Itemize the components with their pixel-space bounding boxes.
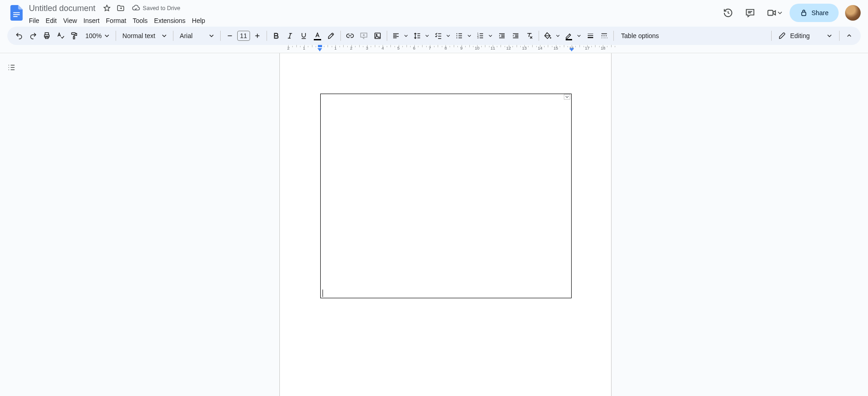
bulleted-list-dropdown[interactable] (453, 29, 473, 42)
caret-down-icon (207, 32, 216, 40)
svg-point-19 (8, 67, 9, 68)
drive-status-text: Saved to Drive (143, 5, 180, 11)
svg-rect-2 (13, 16, 18, 17)
checklist-icon (432, 29, 444, 42)
share-button[interactable]: Share (790, 4, 839, 22)
comments-button[interactable] (741, 4, 759, 22)
font-family-dropdown[interactable]: Arial (176, 29, 217, 42)
move-to-folder-icon[interactable] (115, 3, 126, 14)
checklist-dropdown[interactable] (432, 29, 452, 42)
paint-format-button[interactable] (68, 29, 81, 42)
font-size-input[interactable] (237, 31, 250, 41)
editing-mode-dropdown[interactable]: Editing (774, 29, 836, 42)
numbered-list-icon: 123 (474, 29, 486, 42)
add-comment-button (357, 29, 370, 42)
italic-button[interactable] (284, 29, 296, 42)
numbered-list-dropdown[interactable]: 123 (474, 29, 495, 42)
border-color-icon (563, 29, 575, 42)
right-indent-marker[interactable] (569, 48, 574, 51)
drive-status[interactable]: Saved to Drive (130, 3, 182, 13)
svg-point-17 (550, 37, 551, 39)
left-indent-marker[interactable] (317, 48, 322, 51)
insert-image-button[interactable] (371, 29, 384, 42)
svg-rect-3 (768, 11, 773, 16)
menu-edit[interactable]: Edit (43, 16, 60, 26)
menubar: FileEditViewInsertFormatToolsExtensionsH… (26, 15, 719, 27)
menu-file[interactable]: File (26, 16, 43, 26)
line-spacing-icon (411, 29, 423, 42)
redo-button[interactable] (27, 29, 39, 42)
bulleted-list-icon (453, 29, 465, 42)
bold-button[interactable] (270, 29, 283, 42)
line-spacing-dropdown[interactable] (411, 29, 431, 42)
table-context-handle[interactable] (564, 94, 570, 100)
caret-down-icon (423, 29, 431, 42)
document-outline-button[interactable] (4, 60, 19, 75)
meet-button[interactable] (763, 4, 786, 22)
insert-link-button[interactable] (344, 29, 356, 42)
collapse-toolbar-button[interactable] (842, 29, 856, 42)
clear-formatting-button[interactable] (523, 29, 536, 42)
border-width-button[interactable] (584, 29, 597, 42)
underline-button[interactable] (297, 29, 310, 42)
paragraph-style-value: Normal text (122, 32, 156, 39)
first-line-indent-marker[interactable] (318, 45, 322, 47)
border-color-dropdown[interactable] (563, 29, 583, 42)
svg-rect-7 (72, 33, 75, 34)
spellcheck-button[interactable] (54, 29, 67, 42)
svg-point-13 (456, 38, 457, 39)
document-table[interactable] (320, 94, 572, 298)
svg-point-20 (8, 69, 9, 70)
svg-rect-8 (73, 37, 75, 39)
svg-rect-4 (801, 12, 806, 16)
caret-down-icon (778, 9, 782, 17)
menu-help[interactable]: Help (189, 16, 208, 26)
paragraph-styles-dropdown[interactable]: Normal text (119, 29, 170, 42)
caret-down-icon (825, 32, 834, 40)
svg-rect-1 (13, 14, 20, 15)
horizontal-ruler[interactable]: 21123456789101112131415161718 (23, 45, 868, 53)
star-icon[interactable] (101, 3, 112, 14)
align-left-icon (390, 29, 402, 42)
caret-down-icon (554, 29, 562, 42)
align-dropdown[interactable] (390, 29, 410, 42)
paint-bucket-icon (542, 29, 554, 42)
menu-insert[interactable]: Insert (80, 16, 103, 26)
share-label: Share (812, 9, 829, 17)
caret-down-icon (575, 29, 583, 42)
caret-down-icon (444, 29, 452, 42)
menu-extensions[interactable]: Extensions (151, 16, 189, 26)
decrease-indent-button[interactable] (495, 29, 508, 42)
svg-text:3: 3 (477, 36, 479, 39)
menu-format[interactable]: Format (103, 16, 129, 26)
caret-down-icon (486, 29, 495, 42)
table-options-button[interactable]: Table options (617, 29, 664, 42)
text-color-button[interactable] (311, 29, 324, 42)
docs-logo[interactable] (7, 4, 26, 22)
document-page[interactable] (279, 53, 612, 396)
editing-mode-label: Editing (790, 32, 810, 39)
table-cell[interactable] (321, 94, 572, 298)
increase-font-size-button[interactable] (251, 29, 264, 42)
cell-fill-dropdown[interactable] (542, 29, 562, 42)
border-style-button[interactable] (598, 29, 611, 42)
decrease-font-size-button[interactable] (223, 29, 236, 42)
svg-point-12 (456, 35, 457, 36)
menu-view[interactable]: View (60, 16, 80, 26)
svg-point-10 (376, 34, 377, 35)
svg-point-11 (456, 33, 457, 34)
highlight-color-button[interactable] (325, 29, 338, 42)
print-button[interactable] (40, 29, 53, 42)
caret-down-icon (465, 29, 473, 42)
caret-down-icon (160, 32, 168, 40)
svg-rect-0 (13, 12, 20, 13)
account-avatar[interactable] (845, 5, 861, 21)
version-history-button[interactable] (719, 4, 737, 22)
caret-down-icon (402, 29, 410, 42)
text-cursor (323, 290, 323, 297)
document-title[interactable]: Untitled document (26, 3, 99, 14)
increase-indent-button[interactable] (509, 29, 522, 42)
zoom-dropdown[interactable]: 100% (82, 29, 113, 42)
undo-button[interactable] (13, 29, 26, 42)
menu-tools[interactable]: Tools (129, 16, 151, 26)
